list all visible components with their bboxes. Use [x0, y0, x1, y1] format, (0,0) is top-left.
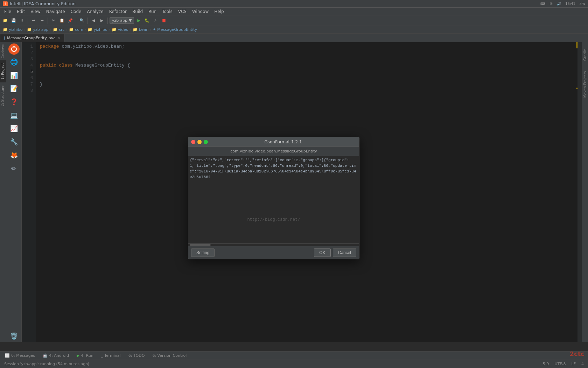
- dialog-json-text[interactable]: {"retval":"ok","retern":"","retinfo":{"c…: [190, 157, 358, 180]
- menu-refactor[interactable]: Refactor: [106, 8, 130, 15]
- menu-file[interactable]: File: [1, 8, 14, 15]
- breadcrumb-yzb-app[interactable]: 📁 yzb-app: [27, 27, 48, 32]
- messages-icon: ⬜: [5, 353, 10, 358]
- tab-close-btn[interactable]: ×: [58, 36, 61, 40]
- dialog-maximize-btn[interactable]: [204, 140, 208, 144]
- redo-btn[interactable]: ↪: [38, 17, 46, 25]
- paste-btn[interactable]: 📌: [66, 17, 74, 25]
- encoding-indicator[interactable]: UTF-8: [553, 362, 567, 366]
- cut-btn[interactable]: ✂: [50, 17, 57, 25]
- sidebar-help-icon[interactable]: ❓: [8, 95, 20, 108]
- line-sep-indicator[interactable]: LF: [570, 362, 577, 366]
- profile-btn[interactable]: ⚡: [152, 17, 159, 25]
- breadcrumb-bean[interactable]: 📁 bean: [133, 27, 148, 32]
- sidebar-chart-icon[interactable]: 📈: [8, 122, 20, 135]
- dialog-scrollbar[interactable]: [188, 244, 359, 246]
- menu-window[interactable]: Window: [189, 8, 211, 15]
- save-all-btn[interactable]: ⬇: [18, 17, 26, 25]
- gsonformat-dialog[interactable]: GsonFormat 1.2.1 com.yizhibo.video.bean.…: [188, 137, 359, 259]
- sidebar-notes-icon[interactable]: 📝: [8, 82, 20, 95]
- sidebar-ubuntu-icon[interactable]: [8, 43, 20, 55]
- vertical-tabs-left: Captures 1: Project 2: Structure: [0, 42, 6, 342]
- sidebar-knife-icon[interactable]: 🔧: [8, 135, 20, 148]
- line-col-text: 5:9: [543, 362, 549, 366]
- run-btn[interactable]: ▶: [135, 17, 142, 25]
- dialog-json-input[interactable]: {"retval":"ok","retern":"","retinfo":{"c…: [188, 156, 359, 244]
- cancel-button[interactable]: Cancel: [333, 248, 356, 257]
- menu-vcs[interactable]: VCS: [175, 8, 189, 15]
- menu-build[interactable]: Build: [130, 8, 146, 15]
- menu-edit[interactable]: Edit: [14, 8, 28, 15]
- menu-bar: File Edit View Navigate Code Analyze Ref…: [0, 8, 588, 15]
- csdn-watermark: 2ctc: [570, 350, 584, 357]
- dialog-close-btn[interactable]: [191, 140, 195, 144]
- breadcrumb-src[interactable]: 📁 src: [53, 27, 65, 32]
- sidebar-pen-icon[interactable]: ✏️: [8, 162, 20, 175]
- menu-code[interactable]: Code: [68, 8, 84, 15]
- gradle-label[interactable]: Gradle: [583, 49, 587, 61]
- java-icon: J: [4, 36, 5, 40]
- indent-text: 4: [581, 362, 584, 366]
- menu-view[interactable]: View: [28, 8, 43, 15]
- messages-tab[interactable]: ⬜ 0: Messages: [1, 353, 38, 359]
- find-btn[interactable]: 🔍: [78, 17, 86, 25]
- maven-label[interactable]: Maven Projects: [583, 71, 587, 98]
- sidebar-terminal-icon[interactable]: 💻: [8, 109, 20, 121]
- setting-button[interactable]: Setting: [191, 248, 215, 257]
- encoding-text: UTF-8: [554, 362, 566, 366]
- menu-navigate[interactable]: Navigate: [43, 8, 68, 15]
- breadcrumb-com[interactable]: 📁 com: [69, 27, 83, 32]
- mail-icon: ✉: [550, 2, 553, 6]
- undo-btn[interactable]: ↩: [30, 17, 37, 25]
- sidebar-spreadsheet-icon[interactable]: 📊: [8, 69, 20, 81]
- save-btn[interactable]: 💾: [10, 17, 18, 25]
- stop-btn[interactable]: ■: [160, 17, 168, 25]
- line-col-indicator[interactable]: 5:9: [541, 362, 551, 366]
- menu-help[interactable]: Help: [211, 8, 226, 15]
- sep1: [28, 18, 28, 24]
- bottom-tabs: ⬜ 0: Messages 🤖 4: Android ▶ 4: Run _ Te…: [0, 351, 588, 360]
- run-config-dropdown[interactable]: yzb-app ▼: [110, 17, 134, 24]
- sidebar-trash-icon[interactable]: 🗑️: [8, 329, 20, 342]
- sep5: [107, 18, 108, 24]
- clock: 16:41: [565, 2, 575, 6]
- user: zlw: [580, 2, 585, 6]
- dialog-scrollbar-thumb[interactable]: [190, 244, 211, 246]
- sidebar-chrome-icon[interactable]: 🌐: [8, 55, 20, 68]
- project-tab[interactable]: 1: Project: [0, 60, 6, 82]
- run-tab[interactable]: ▶ 4: Run: [73, 353, 97, 359]
- copy-btn[interactable]: 📋: [58, 17, 66, 25]
- todo-tab[interactable]: 6: TODO: [125, 353, 148, 359]
- menu-analyze[interactable]: Analyze: [84, 8, 106, 15]
- svg-point-3: [15, 50, 16, 51]
- menu-run[interactable]: Run: [146, 8, 159, 15]
- breadcrumb-yizhibo2[interactable]: 📁 yizhibo: [88, 27, 107, 32]
- menu-tools[interactable]: Tools: [159, 8, 175, 15]
- statusbar-right: 5:9 UTF-8 LF 4: [541, 362, 585, 366]
- ok-button[interactable]: OK: [314, 248, 330, 257]
- audio-icon: 🔊: [557, 2, 561, 6]
- dialog-placeholder-text: http://blog.csdn.net/: [247, 217, 300, 222]
- android-tab[interactable]: 🤖 4: Android: [39, 353, 72, 359]
- structure-tab[interactable]: 2: Structure: [0, 83, 6, 109]
- breadcrumb-video[interactable]: 📁 video: [112, 27, 128, 32]
- terminal-tab[interactable]: _ Terminal: [98, 353, 124, 359]
- version-control-tab[interactable]: 6: Version Control: [149, 353, 190, 359]
- indent-indicator[interactable]: 4: [580, 362, 585, 366]
- sep2: [48, 18, 48, 24]
- forward-btn[interactable]: ▶: [98, 17, 106, 25]
- tab-bar: J MessageGroupEntity.java ×: [0, 34, 588, 42]
- sidebar-firefox-icon[interactable]: 🦊: [8, 149, 20, 161]
- app-title: IntelliJ IDEA Community Edition: [10, 1, 76, 6]
- editor-area[interactable]: 1 2 3 4 5 6 7 8 package com.yizhibo.vide…: [22, 42, 582, 342]
- open-file-btn[interactable]: 📁: [1, 17, 9, 25]
- breadcrumb-class[interactable]: ⚫ MessageGroupEntity: [153, 27, 197, 32]
- dialog-minimize-btn[interactable]: [197, 140, 202, 144]
- tab-messagegroupentity[interactable]: J MessageGroupEntity.java ×: [0, 34, 64, 42]
- dialog-overlay: GsonFormat 1.2.1 com.yizhibo.video.bean.…: [22, 42, 582, 342]
- captures-tab[interactable]: Captures: [0, 42, 6, 60]
- debug-btn[interactable]: 🐛: [143, 17, 151, 25]
- breadcrumb-yizhibo[interactable]: 📁 yizhibo: [3, 27, 23, 32]
- back-btn[interactable]: ◀: [90, 17, 97, 25]
- line-sep-text: LF: [572, 362, 576, 366]
